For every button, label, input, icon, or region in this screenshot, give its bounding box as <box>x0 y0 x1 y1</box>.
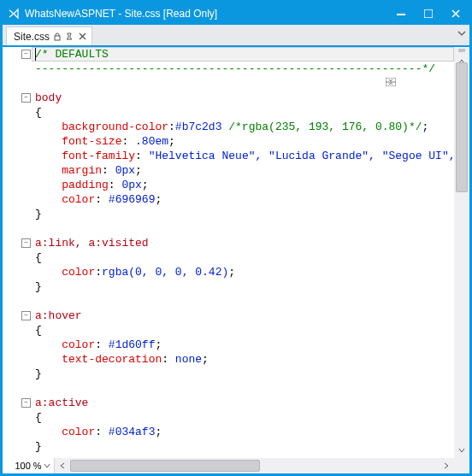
code-line[interactable]: color: #1d60ff; <box>32 338 454 352</box>
vs-logo-icon <box>8 8 20 20</box>
maximize-button[interactable] <box>415 3 442 25</box>
window: WhatsNewASPNET - Site.css [Read Only] Si… <box>0 0 472 476</box>
code-line[interactable]: color: #034af3; <box>32 425 454 439</box>
code-line[interactable]: font-size: .80em; <box>32 134 454 149</box>
fold-toggle[interactable]: − <box>21 93 31 103</box>
code-viewport[interactable]: /* DEFAULTS-----------------------------… <box>32 47 454 458</box>
code-line[interactable]: body <box>32 91 454 105</box>
code-line[interactable]: a:active <box>32 396 454 410</box>
chevron-down-icon <box>44 462 50 469</box>
code-line[interactable]: a:hover <box>32 309 454 323</box>
code-line[interactable]: a:link, a:visited <box>32 236 454 250</box>
fold-toggle[interactable]: − <box>21 311 31 320</box>
scroll-thumb[interactable] <box>456 62 468 192</box>
scroll-track-horizontal[interactable] <box>70 458 439 473</box>
horizontal-scrollbar: 100 % <box>3 458 454 473</box>
minimize-icon <box>397 9 405 18</box>
code-line[interactable]: { <box>32 105 454 120</box>
fold-toggle[interactable]: − <box>21 50 31 59</box>
tab-strip: Site.css <box>3 25 469 45</box>
code-line[interactable]: } <box>32 439 454 454</box>
tab-close-button[interactable] <box>79 32 86 40</box>
close-icon <box>451 9 460 18</box>
scroll-thumb-horizontal[interactable] <box>70 460 260 472</box>
document-tab[interactable]: Site.css <box>6 26 92 45</box>
code-line[interactable]: font-family: "Helvetica Neue", "Lucida G… <box>32 149 454 163</box>
fold-toggle[interactable]: − <box>21 238 31 248</box>
zoom-level-dropdown[interactable]: 100 % <box>3 458 55 473</box>
code-line[interactable]: padding: 0px; <box>32 178 454 192</box>
code-line[interactable]: } <box>32 207 454 221</box>
chevron-left-icon <box>58 461 67 470</box>
fold-toggle[interactable]: − <box>21 398 31 408</box>
code-line[interactable]: } <box>32 279 454 294</box>
zoom-value: 100 % <box>15 461 41 471</box>
code-line[interactable]: { <box>32 410 454 425</box>
svg-rect-1 <box>424 9 433 18</box>
code-line[interactable]: color: #696969; <box>32 192 454 207</box>
minimize-button[interactable] <box>387 3 415 25</box>
code-line[interactable]: } <box>32 367 454 381</box>
chevron-down-icon <box>457 446 466 455</box>
scroll-left-button[interactable] <box>55 458 70 473</box>
chevron-down-icon <box>457 29 466 38</box>
splitter-handle[interactable] <box>454 47 469 54</box>
code-line[interactable]: ----------------------------------------… <box>32 62 454 76</box>
svg-rect-0 <box>397 14 405 15</box>
editor: −−−−−− /* DEFAULTS----------------------… <box>3 47 469 473</box>
chevron-right-icon <box>442 461 451 470</box>
titlebar[interactable]: WhatsNewASPNET - Site.css [Read Only] <box>3 3 469 25</box>
code-line[interactable]: /* DEFAULTS <box>32 47 454 62</box>
close-button[interactable] <box>442 3 469 25</box>
code-line[interactable]: { <box>32 250 454 265</box>
scroll-corner <box>454 458 469 473</box>
code-line[interactable]: text-decoration: none; <box>32 352 454 367</box>
svg-rect-2 <box>55 36 60 40</box>
code-line[interactable]: margin: 0px; <box>32 163 454 178</box>
code-line[interactable]: { <box>32 323 454 338</box>
window-title: WhatsNewASPNET - Site.css [Read Only] <box>25 8 217 20</box>
scroll-right-button[interactable] <box>439 458 454 473</box>
tab-label: Site.css <box>14 31 50 43</box>
code-line[interactable]: background-color:#b7c2d3 /*rgba(235, 193… <box>32 120 454 134</box>
fold-gutter: −−−−−− <box>3 47 32 473</box>
lock-icon <box>53 32 62 41</box>
title-controls <box>387 3 469 25</box>
pin-icon[interactable] <box>65 32 74 41</box>
maximize-icon <box>424 9 433 18</box>
scroll-track[interactable] <box>454 62 469 443</box>
scroll-down-button[interactable] <box>454 443 469 458</box>
close-icon <box>79 32 86 40</box>
code-line[interactable]: color:rgba(0, 0, 0, 0.42); <box>32 265 454 279</box>
vertical-scrollbar[interactable] <box>454 47 469 458</box>
tab-overflow-button[interactable] <box>456 27 468 39</box>
